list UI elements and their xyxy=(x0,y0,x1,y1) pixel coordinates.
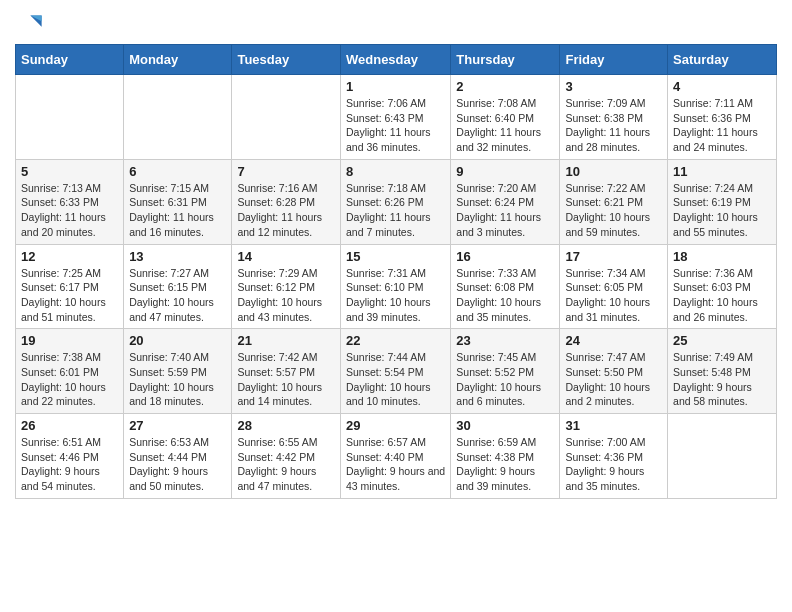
day-number: 11 xyxy=(673,164,771,179)
day-number: 4 xyxy=(673,79,771,94)
day-number: 22 xyxy=(346,333,445,348)
day-info: Sunrise: 7:11 AM Sunset: 6:36 PM Dayligh… xyxy=(673,96,771,155)
calendar-cell: 8Sunrise: 7:18 AM Sunset: 6:26 PM Daylig… xyxy=(340,159,450,244)
day-number: 14 xyxy=(237,249,335,264)
calendar-cell: 15Sunrise: 7:31 AM Sunset: 6:10 PM Dayli… xyxy=(340,244,450,329)
calendar-cell: 6Sunrise: 7:15 AM Sunset: 6:31 PM Daylig… xyxy=(124,159,232,244)
calendar-week-5: 26Sunrise: 6:51 AM Sunset: 4:46 PM Dayli… xyxy=(16,414,777,499)
day-number: 8 xyxy=(346,164,445,179)
calendar-cell: 10Sunrise: 7:22 AM Sunset: 6:21 PM Dayli… xyxy=(560,159,668,244)
calendar-cell xyxy=(668,414,777,499)
day-info: Sunrise: 7:31 AM Sunset: 6:10 PM Dayligh… xyxy=(346,266,445,325)
day-info: Sunrise: 7:25 AM Sunset: 6:17 PM Dayligh… xyxy=(21,266,118,325)
day-number: 9 xyxy=(456,164,554,179)
day-number: 27 xyxy=(129,418,226,433)
day-number: 16 xyxy=(456,249,554,264)
day-info: Sunrise: 7:38 AM Sunset: 6:01 PM Dayligh… xyxy=(21,350,118,409)
calendar-week-1: 1Sunrise: 7:06 AM Sunset: 6:43 PM Daylig… xyxy=(16,75,777,160)
day-header-saturday: Saturday xyxy=(668,45,777,75)
day-info: Sunrise: 7:36 AM Sunset: 6:03 PM Dayligh… xyxy=(673,266,771,325)
calendar-cell xyxy=(124,75,232,160)
day-number: 6 xyxy=(129,164,226,179)
day-info: Sunrise: 7:20 AM Sunset: 6:24 PM Dayligh… xyxy=(456,181,554,240)
calendar-header-row: SundayMondayTuesdayWednesdayThursdayFrid… xyxy=(16,45,777,75)
day-number: 25 xyxy=(673,333,771,348)
calendar-cell xyxy=(232,75,341,160)
day-number: 26 xyxy=(21,418,118,433)
calendar-cell: 17Sunrise: 7:34 AM Sunset: 6:05 PM Dayli… xyxy=(560,244,668,329)
day-header-friday: Friday xyxy=(560,45,668,75)
calendar-cell: 9Sunrise: 7:20 AM Sunset: 6:24 PM Daylig… xyxy=(451,159,560,244)
day-info: Sunrise: 7:49 AM Sunset: 5:48 PM Dayligh… xyxy=(673,350,771,409)
calendar-cell: 24Sunrise: 7:47 AM Sunset: 5:50 PM Dayli… xyxy=(560,329,668,414)
day-number: 1 xyxy=(346,79,445,94)
day-number: 21 xyxy=(237,333,335,348)
day-info: Sunrise: 7:06 AM Sunset: 6:43 PM Dayligh… xyxy=(346,96,445,155)
calendar-cell: 25Sunrise: 7:49 AM Sunset: 5:48 PM Dayli… xyxy=(668,329,777,414)
day-number: 19 xyxy=(21,333,118,348)
calendar-cell xyxy=(16,75,124,160)
calendar-cell: 5Sunrise: 7:13 AM Sunset: 6:33 PM Daylig… xyxy=(16,159,124,244)
calendar-cell: 2Sunrise: 7:08 AM Sunset: 6:40 PM Daylig… xyxy=(451,75,560,160)
day-header-tuesday: Tuesday xyxy=(232,45,341,75)
day-header-sunday: Sunday xyxy=(16,45,124,75)
logo-icon xyxy=(15,10,43,38)
calendar-week-2: 5Sunrise: 7:13 AM Sunset: 6:33 PM Daylig… xyxy=(16,159,777,244)
calendar-cell: 21Sunrise: 7:42 AM Sunset: 5:57 PM Dayli… xyxy=(232,329,341,414)
day-number: 17 xyxy=(565,249,662,264)
day-info: Sunrise: 6:57 AM Sunset: 4:40 PM Dayligh… xyxy=(346,435,445,494)
day-info: Sunrise: 7:44 AM Sunset: 5:54 PM Dayligh… xyxy=(346,350,445,409)
day-info: Sunrise: 7:08 AM Sunset: 6:40 PM Dayligh… xyxy=(456,96,554,155)
day-number: 23 xyxy=(456,333,554,348)
day-number: 31 xyxy=(565,418,662,433)
calendar-cell: 28Sunrise: 6:55 AM Sunset: 4:42 PM Dayli… xyxy=(232,414,341,499)
day-number: 12 xyxy=(21,249,118,264)
calendar-cell: 23Sunrise: 7:45 AM Sunset: 5:52 PM Dayli… xyxy=(451,329,560,414)
calendar-cell: 12Sunrise: 7:25 AM Sunset: 6:17 PM Dayli… xyxy=(16,244,124,329)
day-info: Sunrise: 7:40 AM Sunset: 5:59 PM Dayligh… xyxy=(129,350,226,409)
calendar-cell: 19Sunrise: 7:38 AM Sunset: 6:01 PM Dayli… xyxy=(16,329,124,414)
day-info: Sunrise: 7:24 AM Sunset: 6:19 PM Dayligh… xyxy=(673,181,771,240)
day-info: Sunrise: 7:15 AM Sunset: 6:31 PM Dayligh… xyxy=(129,181,226,240)
day-info: Sunrise: 6:53 AM Sunset: 4:44 PM Dayligh… xyxy=(129,435,226,494)
day-info: Sunrise: 6:59 AM Sunset: 4:38 PM Dayligh… xyxy=(456,435,554,494)
calendar-cell: 27Sunrise: 6:53 AM Sunset: 4:44 PM Dayli… xyxy=(124,414,232,499)
calendar-cell: 13Sunrise: 7:27 AM Sunset: 6:15 PM Dayli… xyxy=(124,244,232,329)
day-info: Sunrise: 7:16 AM Sunset: 6:28 PM Dayligh… xyxy=(237,181,335,240)
day-number: 24 xyxy=(565,333,662,348)
calendar-cell: 31Sunrise: 7:00 AM Sunset: 4:36 PM Dayli… xyxy=(560,414,668,499)
day-number: 5 xyxy=(21,164,118,179)
day-info: Sunrise: 7:45 AM Sunset: 5:52 PM Dayligh… xyxy=(456,350,554,409)
logo xyxy=(15,10,47,38)
day-info: Sunrise: 7:29 AM Sunset: 6:12 PM Dayligh… xyxy=(237,266,335,325)
day-info: Sunrise: 7:42 AM Sunset: 5:57 PM Dayligh… xyxy=(237,350,335,409)
calendar-table: SundayMondayTuesdayWednesdayThursdayFrid… xyxy=(15,44,777,499)
day-info: Sunrise: 7:22 AM Sunset: 6:21 PM Dayligh… xyxy=(565,181,662,240)
calendar-cell: 7Sunrise: 7:16 AM Sunset: 6:28 PM Daylig… xyxy=(232,159,341,244)
day-number: 30 xyxy=(456,418,554,433)
calendar-cell: 4Sunrise: 7:11 AM Sunset: 6:36 PM Daylig… xyxy=(668,75,777,160)
day-header-wednesday: Wednesday xyxy=(340,45,450,75)
day-info: Sunrise: 7:47 AM Sunset: 5:50 PM Dayligh… xyxy=(565,350,662,409)
day-info: Sunrise: 7:33 AM Sunset: 6:08 PM Dayligh… xyxy=(456,266,554,325)
calendar-cell: 29Sunrise: 6:57 AM Sunset: 4:40 PM Dayli… xyxy=(340,414,450,499)
day-info: Sunrise: 7:13 AM Sunset: 6:33 PM Dayligh… xyxy=(21,181,118,240)
calendar-cell: 16Sunrise: 7:33 AM Sunset: 6:08 PM Dayli… xyxy=(451,244,560,329)
day-number: 20 xyxy=(129,333,226,348)
day-number: 28 xyxy=(237,418,335,433)
calendar-cell: 1Sunrise: 7:06 AM Sunset: 6:43 PM Daylig… xyxy=(340,75,450,160)
calendar-cell: 20Sunrise: 7:40 AM Sunset: 5:59 PM Dayli… xyxy=(124,329,232,414)
day-number: 7 xyxy=(237,164,335,179)
calendar-week-4: 19Sunrise: 7:38 AM Sunset: 6:01 PM Dayli… xyxy=(16,329,777,414)
day-info: Sunrise: 6:51 AM Sunset: 4:46 PM Dayligh… xyxy=(21,435,118,494)
day-number: 13 xyxy=(129,249,226,264)
day-number: 15 xyxy=(346,249,445,264)
day-header-thursday: Thursday xyxy=(451,45,560,75)
day-info: Sunrise: 7:00 AM Sunset: 4:36 PM Dayligh… xyxy=(565,435,662,494)
day-number: 3 xyxy=(565,79,662,94)
day-info: Sunrise: 6:55 AM Sunset: 4:42 PM Dayligh… xyxy=(237,435,335,494)
calendar-cell: 14Sunrise: 7:29 AM Sunset: 6:12 PM Dayli… xyxy=(232,244,341,329)
calendar-cell: 11Sunrise: 7:24 AM Sunset: 6:19 PM Dayli… xyxy=(668,159,777,244)
day-info: Sunrise: 7:09 AM Sunset: 6:38 PM Dayligh… xyxy=(565,96,662,155)
day-info: Sunrise: 7:34 AM Sunset: 6:05 PM Dayligh… xyxy=(565,266,662,325)
